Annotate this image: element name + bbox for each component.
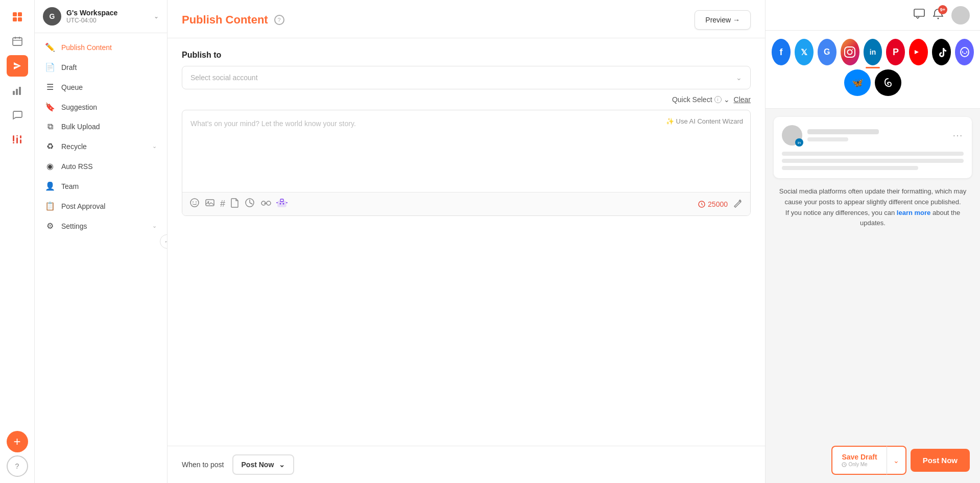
ai-content-wizard-button[interactable]: ✨ Use AI Content Wizard	[666, 117, 743, 125]
sidebar-collapse-button[interactable]: ←	[160, 234, 168, 249]
svg-rect-30	[914, 9, 924, 16]
workspace-avatar: G	[43, 7, 61, 26]
bell-icon[interactable]: 9+	[933, 8, 943, 22]
account-select-placeholder: Select social account	[190, 74, 258, 82]
icon-bar: + ?	[0, 0, 35, 483]
right-panel: 9+ f 𝕏 G	[766, 0, 980, 483]
preview-button[interactable]: Preview →	[695, 10, 751, 30]
publish-header: Publish Content ? Preview →	[168, 0, 765, 38]
sidebar: G G's Workspace UTC-04:00 ⌄ ✏️ Publish C…	[35, 0, 168, 483]
link-icon[interactable]	[260, 199, 271, 209]
preview-name-placeholder	[807, 129, 879, 134]
preview-avatar: in	[782, 125, 802, 146]
sidebar-nav: ✏️ Publish Content 📄 Draft ☰ Queue 🔖 Sug…	[35, 33, 167, 240]
clear-button[interactable]: Clear	[734, 95, 751, 104]
sidebar-item-recycle[interactable]: ♻ Recycle ⌄	[35, 136, 167, 156]
sidebar-item-team[interactable]: 👤 Team	[35, 176, 167, 196]
chart-icon[interactable]	[245, 198, 255, 210]
dashboard-icon-btn[interactable]	[7, 6, 28, 28]
mastodon-network-btn[interactable]	[955, 39, 974, 65]
equalizer-icon-btn[interactable]	[7, 129, 28, 150]
sidebar-label-queue: Queue	[61, 83, 83, 91]
editor-textarea[interactable]: What's on your mind? Let the world know …	[182, 110, 750, 192]
recycle-nav-icon: ♻	[45, 141, 55, 151]
google-network-btn[interactable]: G	[818, 39, 836, 65]
save-draft-dropdown-arrow[interactable]: ⌄	[887, 446, 906, 475]
preview-name-block	[807, 129, 947, 141]
add-icon-btn[interactable]: +	[7, 431, 28, 452]
info-main-text: Social media platforms often update thei…	[776, 186, 970, 208]
queue-nav-icon: ☰	[45, 82, 55, 92]
preview-more-options[interactable]: ⋯	[952, 129, 964, 141]
sidebar-item-draft[interactable]: 📄 Draft	[35, 57, 167, 77]
sidebar-item-suggestion[interactable]: 🔖 Suggestion	[35, 97, 167, 117]
photo-icon[interactable]	[205, 198, 215, 210]
analytics-icon-btn[interactable]	[7, 80, 28, 101]
sidebar-item-queue[interactable]: ☰ Queue	[35, 77, 167, 97]
content-editor: What's on your mind? Let the world know …	[182, 110, 751, 216]
svg-rect-16	[20, 139, 21, 143]
platform-info-text: Social media platforms often update thei…	[766, 186, 980, 237]
pinterest-network-btn[interactable]: P	[886, 39, 905, 65]
preview-sub-placeholder	[807, 137, 848, 141]
compose-icon[interactable]	[914, 9, 925, 21]
hashtag-icon[interactable]: #	[220, 199, 225, 209]
help-icon-btn[interactable]: ?	[7, 455, 28, 477]
sidebar-item-auto-rss[interactable]: ◉ Auto RSS	[35, 156, 167, 176]
sidebar-item-publish[interactable]: ✏️ Publish Content	[35, 37, 167, 57]
svg-rect-10	[19, 87, 21, 95]
social-networks-grid: f 𝕏 G in P	[766, 31, 980, 109]
when-to-post-label: When to post	[182, 461, 224, 469]
learn-more-link[interactable]: learn more	[897, 209, 930, 216]
calendar-icon-btn[interactable]	[7, 31, 28, 52]
post-preview-card: in ⋯	[774, 117, 972, 178]
preview-line-2	[782, 159, 964, 163]
save-draft-button[interactable]: Save Draft Only Me	[831, 446, 886, 475]
preview-line-1	[782, 152, 964, 156]
chat-icon-btn[interactable]	[7, 104, 28, 126]
post-now-button[interactable]: Post Now	[911, 449, 970, 472]
svg-rect-14	[16, 135, 18, 136]
svg-rect-8	[13, 91, 15, 95]
youtube-network-btn[interactable]	[909, 39, 928, 65]
editor-placeholder: What's on your mind? Let the world know …	[190, 119, 356, 128]
sidebar-label-post-approval: Post Approval	[61, 202, 105, 210]
user-avatar[interactable]	[951, 6, 970, 25]
svg-point-31	[938, 18, 939, 19]
linkedin-network-btn[interactable]: in	[864, 39, 882, 65]
sidebar-item-bulk-upload[interactable]: ⧉ Bulk Upload	[35, 117, 167, 136]
sidebar-item-settings[interactable]: ⚙ Settings ⌄	[35, 216, 167, 236]
publish-panel: Publish Content ? Preview → Publish to S…	[168, 0, 766, 483]
preview-line-3	[782, 166, 918, 170]
social-network-row-1: f 𝕏 G in P	[772, 39, 974, 65]
publish-nav-icon: ✏️	[45, 42, 55, 52]
publish-icon-btn[interactable]	[7, 55, 28, 77]
twitter-network-btn[interactable]: 𝕏	[795, 39, 814, 65]
info-secondary-text: If you notice any differences, you can l…	[776, 208, 970, 229]
tiktok-network-btn[interactable]	[932, 39, 951, 65]
top-bar: 9+	[766, 0, 980, 31]
emoji-icon[interactable]	[189, 198, 200, 210]
facebook-network-btn[interactable]: f	[772, 39, 791, 65]
workspace-selector[interactable]: G G's Workspace UTC-04:00 ⌄	[35, 0, 167, 33]
threads-network-btn[interactable]	[875, 69, 901, 96]
sidebar-item-post-approval[interactable]: 📋 Post Approval	[35, 196, 167, 216]
quick-select-info-icon[interactable]: i	[714, 96, 722, 103]
bluesky-network-btn[interactable]: 🦋	[844, 69, 871, 96]
workspace-name: G's Workspace	[66, 9, 149, 17]
post-time-selector[interactable]: Post Now ⌄	[232, 454, 295, 475]
instagram-network-btn[interactable]	[841, 39, 859, 65]
account-select-dropdown[interactable]: Select social account ⌄	[182, 66, 751, 89]
social-network-row-2: 🦋	[772, 69, 974, 96]
sidebar-label-settings: Settings	[61, 222, 87, 230]
document-icon[interactable]	[230, 198, 240, 210]
help-circle-icon[interactable]: ?	[274, 15, 284, 25]
svg-rect-32	[845, 47, 855, 57]
preview-card-header: in ⋯	[782, 125, 964, 146]
svg-point-35	[961, 47, 969, 57]
robot-icon[interactable]	[276, 198, 288, 210]
quick-select-row: Quick Select i ⌄ Clear	[182, 95, 751, 104]
workspace-info: G's Workspace UTC-04:00	[66, 9, 149, 24]
magic-wand-icon[interactable]	[733, 198, 743, 210]
sidebar-label-publish: Publish Content	[61, 43, 112, 52]
